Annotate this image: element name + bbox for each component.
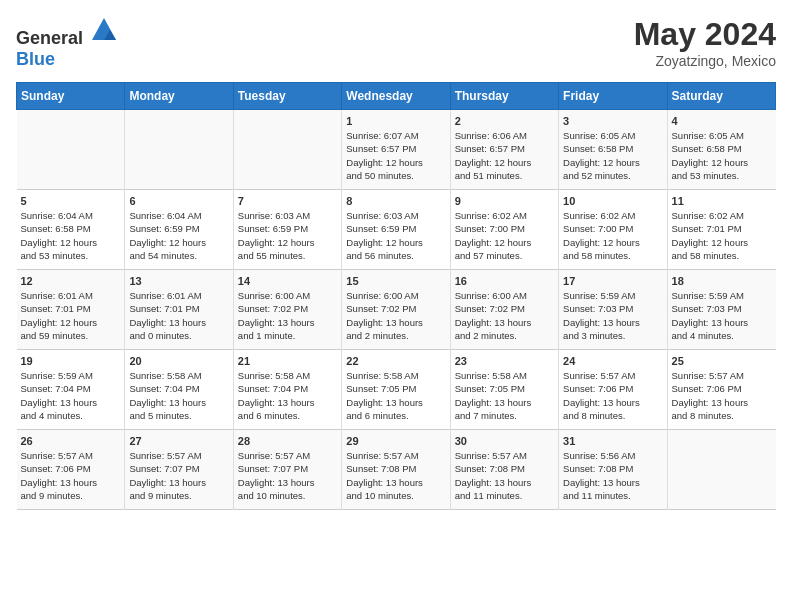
weekday-header-friday: Friday	[559, 83, 667, 110]
day-info: Sunrise: 5:58 AM Sunset: 7:04 PM Dayligh…	[129, 369, 228, 422]
calendar-week-row: 19Sunrise: 5:59 AM Sunset: 7:04 PM Dayli…	[17, 350, 776, 430]
day-number: 28	[238, 435, 337, 447]
day-number: 19	[21, 355, 121, 367]
day-number: 15	[346, 275, 445, 287]
day-number: 2	[455, 115, 554, 127]
calendar-cell: 21Sunrise: 5:58 AM Sunset: 7:04 PM Dayli…	[233, 350, 341, 430]
day-number: 18	[672, 275, 772, 287]
day-number: 7	[238, 195, 337, 207]
day-number: 31	[563, 435, 662, 447]
day-info: Sunrise: 6:00 AM Sunset: 7:02 PM Dayligh…	[346, 289, 445, 342]
weekday-header-sunday: Sunday	[17, 83, 125, 110]
calendar-cell: 14Sunrise: 6:00 AM Sunset: 7:02 PM Dayli…	[233, 270, 341, 350]
day-number: 11	[672, 195, 772, 207]
day-number: 3	[563, 115, 662, 127]
calendar-cell: 25Sunrise: 5:57 AM Sunset: 7:06 PM Dayli…	[667, 350, 775, 430]
day-number: 10	[563, 195, 662, 207]
day-number: 25	[672, 355, 772, 367]
logo-blue: Blue	[16, 49, 55, 69]
day-number: 24	[563, 355, 662, 367]
calendar-cell: 26Sunrise: 5:57 AM Sunset: 7:06 PM Dayli…	[17, 430, 125, 510]
weekday-header-tuesday: Tuesday	[233, 83, 341, 110]
weekday-header-saturday: Saturday	[667, 83, 775, 110]
calendar-cell	[17, 110, 125, 190]
day-info: Sunrise: 6:03 AM Sunset: 6:59 PM Dayligh…	[238, 209, 337, 262]
calendar-table: SundayMondayTuesdayWednesdayThursdayFrid…	[16, 82, 776, 510]
calendar-cell: 19Sunrise: 5:59 AM Sunset: 7:04 PM Dayli…	[17, 350, 125, 430]
calendar-cell: 22Sunrise: 5:58 AM Sunset: 7:05 PM Dayli…	[342, 350, 450, 430]
day-info: Sunrise: 5:59 AM Sunset: 7:03 PM Dayligh…	[672, 289, 772, 342]
day-number: 17	[563, 275, 662, 287]
day-number: 16	[455, 275, 554, 287]
weekday-header-row: SundayMondayTuesdayWednesdayThursdayFrid…	[17, 83, 776, 110]
day-info: Sunrise: 5:57 AM Sunset: 7:07 PM Dayligh…	[238, 449, 337, 502]
weekday-header-thursday: Thursday	[450, 83, 558, 110]
calendar-cell: 8Sunrise: 6:03 AM Sunset: 6:59 PM Daylig…	[342, 190, 450, 270]
day-info: Sunrise: 6:02 AM Sunset: 7:01 PM Dayligh…	[672, 209, 772, 262]
calendar-cell: 29Sunrise: 5:57 AM Sunset: 7:08 PM Dayli…	[342, 430, 450, 510]
day-info: Sunrise: 5:57 AM Sunset: 7:06 PM Dayligh…	[672, 369, 772, 422]
location-title: Zoyatzingo, Mexico	[634, 53, 776, 69]
day-number: 30	[455, 435, 554, 447]
day-info: Sunrise: 5:57 AM Sunset: 7:08 PM Dayligh…	[346, 449, 445, 502]
day-info: Sunrise: 6:04 AM Sunset: 6:58 PM Dayligh…	[21, 209, 121, 262]
calendar-cell: 7Sunrise: 6:03 AM Sunset: 6:59 PM Daylig…	[233, 190, 341, 270]
calendar-cell	[667, 430, 775, 510]
weekday-header-wednesday: Wednesday	[342, 83, 450, 110]
calendar-cell: 12Sunrise: 6:01 AM Sunset: 7:01 PM Dayli…	[17, 270, 125, 350]
day-number: 4	[672, 115, 772, 127]
calendar-cell: 23Sunrise: 5:58 AM Sunset: 7:05 PM Dayli…	[450, 350, 558, 430]
calendar-cell	[125, 110, 233, 190]
calendar-cell: 28Sunrise: 5:57 AM Sunset: 7:07 PM Dayli…	[233, 430, 341, 510]
calendar-cell: 13Sunrise: 6:01 AM Sunset: 7:01 PM Dayli…	[125, 270, 233, 350]
day-info: Sunrise: 6:07 AM Sunset: 6:57 PM Dayligh…	[346, 129, 445, 182]
day-info: Sunrise: 6:02 AM Sunset: 7:00 PM Dayligh…	[455, 209, 554, 262]
calendar-cell: 3Sunrise: 6:05 AM Sunset: 6:58 PM Daylig…	[559, 110, 667, 190]
day-number: 8	[346, 195, 445, 207]
day-info: Sunrise: 6:02 AM Sunset: 7:00 PM Dayligh…	[563, 209, 662, 262]
day-number: 5	[21, 195, 121, 207]
day-info: Sunrise: 6:00 AM Sunset: 7:02 PM Dayligh…	[455, 289, 554, 342]
day-info: Sunrise: 6:00 AM Sunset: 7:02 PM Dayligh…	[238, 289, 337, 342]
day-info: Sunrise: 6:06 AM Sunset: 6:57 PM Dayligh…	[455, 129, 554, 182]
calendar-cell: 15Sunrise: 6:00 AM Sunset: 7:02 PM Dayli…	[342, 270, 450, 350]
calendar-cell: 31Sunrise: 5:56 AM Sunset: 7:08 PM Dayli…	[559, 430, 667, 510]
day-info: Sunrise: 5:57 AM Sunset: 7:06 PM Dayligh…	[563, 369, 662, 422]
calendar-cell: 18Sunrise: 5:59 AM Sunset: 7:03 PM Dayli…	[667, 270, 775, 350]
logo-text: General Blue	[16, 16, 118, 70]
weekday-header-monday: Monday	[125, 83, 233, 110]
month-title: May 2024	[634, 16, 776, 53]
calendar-cell: 30Sunrise: 5:57 AM Sunset: 7:08 PM Dayli…	[450, 430, 558, 510]
calendar-cell: 17Sunrise: 5:59 AM Sunset: 7:03 PM Dayli…	[559, 270, 667, 350]
calendar-week-row: 26Sunrise: 5:57 AM Sunset: 7:06 PM Dayli…	[17, 430, 776, 510]
calendar-cell: 4Sunrise: 6:05 AM Sunset: 6:58 PM Daylig…	[667, 110, 775, 190]
day-info: Sunrise: 6:03 AM Sunset: 6:59 PM Dayligh…	[346, 209, 445, 262]
calendar-cell: 5Sunrise: 6:04 AM Sunset: 6:58 PM Daylig…	[17, 190, 125, 270]
day-info: Sunrise: 5:58 AM Sunset: 7:05 PM Dayligh…	[455, 369, 554, 422]
day-number: 20	[129, 355, 228, 367]
logo: General Blue	[16, 16, 118, 70]
calendar-cell: 20Sunrise: 5:58 AM Sunset: 7:04 PM Dayli…	[125, 350, 233, 430]
calendar-week-row: 1Sunrise: 6:07 AM Sunset: 6:57 PM Daylig…	[17, 110, 776, 190]
calendar-cell: 11Sunrise: 6:02 AM Sunset: 7:01 PM Dayli…	[667, 190, 775, 270]
day-info: Sunrise: 6:05 AM Sunset: 6:58 PM Dayligh…	[563, 129, 662, 182]
day-number: 6	[129, 195, 228, 207]
logo-general: General	[16, 28, 83, 48]
logo-icon	[90, 16, 118, 44]
day-info: Sunrise: 6:04 AM Sunset: 6:59 PM Dayligh…	[129, 209, 228, 262]
day-info: Sunrise: 6:05 AM Sunset: 6:58 PM Dayligh…	[672, 129, 772, 182]
day-info: Sunrise: 5:57 AM Sunset: 7:08 PM Dayligh…	[455, 449, 554, 502]
day-info: Sunrise: 5:59 AM Sunset: 7:04 PM Dayligh…	[21, 369, 121, 422]
day-number: 9	[455, 195, 554, 207]
day-info: Sunrise: 5:58 AM Sunset: 7:05 PM Dayligh…	[346, 369, 445, 422]
day-number: 12	[21, 275, 121, 287]
day-info: Sunrise: 5:57 AM Sunset: 7:06 PM Dayligh…	[21, 449, 121, 502]
day-info: Sunrise: 5:58 AM Sunset: 7:04 PM Dayligh…	[238, 369, 337, 422]
day-number: 13	[129, 275, 228, 287]
day-info: Sunrise: 6:01 AM Sunset: 7:01 PM Dayligh…	[21, 289, 121, 342]
title-block: May 2024 Zoyatzingo, Mexico	[634, 16, 776, 69]
calendar-cell: 10Sunrise: 6:02 AM Sunset: 7:00 PM Dayli…	[559, 190, 667, 270]
calendar-cell: 6Sunrise: 6:04 AM Sunset: 6:59 PM Daylig…	[125, 190, 233, 270]
day-number: 26	[21, 435, 121, 447]
calendar-cell	[233, 110, 341, 190]
